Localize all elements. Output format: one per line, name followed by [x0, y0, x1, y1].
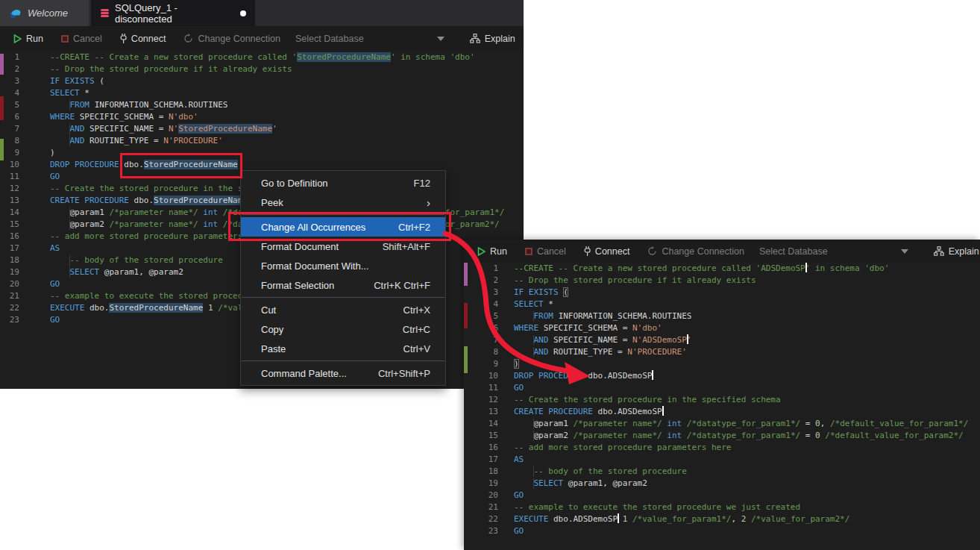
code-token: FROM: [534, 311, 559, 321]
code-token: /*parameter name*/: [573, 419, 667, 428]
menu-item-label: Format Selection: [261, 280, 334, 291]
code-token: int: [667, 431, 687, 440]
run-button-2[interactable]: Run: [477, 246, 507, 257]
code-line-2[interactable]: 2-- Drop the stored procedure if it alre…: [0, 63, 524, 75]
code-line-23[interactable]: 23GO: [464, 525, 980, 537]
line-number: 15: [0, 219, 19, 231]
indent-guide-line: [533, 311, 534, 322]
line-number: 11: [464, 382, 498, 394]
code-line-16[interactable]: 16-- add more stored procedure parameter…: [464, 442, 980, 454]
indent-guide-line: [69, 100, 70, 110]
code-line-8[interactable]: 8 AND ROUTINE_TYPE = N'PROCEDURE': [464, 346, 980, 358]
code-token: @param2: [534, 431, 574, 440]
code-line-11[interactable]: 11GO: [464, 382, 980, 394]
select-database-dropdown-2[interactable]: Select Database: [759, 246, 908, 257]
menu-item-copy[interactable]: CopyCtrl+C: [241, 319, 445, 339]
code-line-20[interactable]: 20GO: [464, 490, 980, 501]
indent-guide-line: [533, 347, 534, 357]
explain-button-2[interactable]: Explain: [934, 246, 979, 257]
tab-sqlquery[interactable]: SQLQuery_1 - disconnected: [91, 0, 255, 26]
code-line-6[interactable]: 6WHERE SPECIFIC_SCHEMA = N'dbo': [0, 111, 524, 123]
tab-welcome[interactable]: Welcome: [0, 0, 89, 26]
connect-button-2[interactable]: Connect: [584, 246, 630, 257]
code-line-9[interactable]: 9): [464, 358, 980, 370]
cancel-button-2[interactable]: Cancel: [525, 246, 566, 257]
code-line-5[interactable]: 5 FROM INFORMATION_SCHEMA.ROUTINES: [464, 310, 980, 322]
line-number: 20: [0, 278, 19, 290]
code-line-10[interactable]: 10DROP PROCEDURE dbo.ADSDemoSP: [464, 370, 980, 382]
submenu-arrow-icon: ›: [427, 197, 430, 208]
code-line-3[interactable]: 3IF EXISTS (: [464, 287, 980, 299]
explain-button[interactable]: Explain: [470, 34, 515, 44]
menu-item-command-palette[interactable]: Command Palette...Ctrl+Shift+P: [241, 363, 445, 383]
code-token: [50, 207, 70, 217]
code-token: [514, 478, 534, 488]
code-token: =: [159, 124, 169, 134]
code-line-21[interactable]: 21-- example to execute the stored proce…: [464, 501, 980, 513]
explain-label: Explain: [949, 246, 979, 257]
indent-guide-line: [533, 419, 534, 429]
code-token: SELECT: [534, 478, 568, 488]
cancel-button[interactable]: Cancel: [61, 34, 102, 44]
line-number: 17: [464, 454, 498, 466]
code-line-2[interactable]: 2-- Drop the stored procedure if it alre…: [464, 275, 980, 287]
code-line-15[interactable]: 15 @param2 /*parameter name*/ int /*data…: [464, 430, 980, 442]
code-line-8[interactable]: 8 AND ROUTINE_TYPE = N'PROCEDURE': [0, 135, 524, 147]
code-line-22[interactable]: 22EXECUTE dbo.ADSDemoSP 1 /*value_for_pa…: [464, 513, 980, 525]
code-token: AND: [70, 124, 90, 134]
connect-button[interactable]: Connect: [120, 34, 166, 44]
menu-item-shortcut: Ctrl+X: [403, 304, 430, 316]
code-token: GO: [514, 526, 524, 536]
change-connection-button-2[interactable]: Change Connection: [647, 246, 744, 257]
code-line-4[interactable]: 4SELECT *: [0, 87, 524, 99]
code-token: *: [548, 299, 553, 309]
menu-item-format-selection[interactable]: Format SelectionCtrl+K Ctrl+F: [241, 275, 445, 295]
code-line-4[interactable]: 4SELECT *: [464, 299, 980, 310]
code-line-10[interactable]: 10DROP PROCEDURE dbo.StoredProcedureName: [0, 159, 524, 171]
code-token: [203, 303, 208, 313]
code-line-9[interactable]: 9): [0, 147, 524, 159]
cancel-icon: [525, 248, 533, 255]
code-line-7[interactable]: 7 AND SPECIFIC_NAME = N'StoredProcedureN…: [0, 123, 524, 135]
code-token: --CREATE -- Create a new stored procedur…: [514, 263, 761, 273]
code-token: INFORMATION_SCHEMA.ROUTINES: [95, 100, 228, 110]
line-number: 5: [464, 310, 498, 322]
code-line-7[interactable]: 7 AND SPECIFIC_NAME = N'ADSDemoSP': [464, 334, 980, 346]
menu-item-label: Command Palette...: [261, 368, 347, 379]
code-line-6[interactable]: 6WHERE SPECIFIC_SCHEMA = N'dbo': [464, 322, 980, 334]
code-line-12[interactable]: 12-- Create the stored procedure in the …: [464, 394, 980, 406]
menu-item-format-document-with[interactable]: Format Document With...: [241, 256, 445, 275]
code-line-19[interactable]: 19 SELECT @param1, @param2: [464, 478, 980, 490]
code-token: /*value_for_param2*/: [751, 514, 849, 524]
indent-guide-line: [533, 335, 534, 346]
code-line-1[interactable]: 1--CREATE -- Create a new stored procedu…: [464, 263, 980, 275]
menu-item-paste[interactable]: PasteCtrl+V: [241, 339, 445, 358]
menu-item-label: Peek: [261, 197, 283, 208]
menu-item-peek[interactable]: Peek›: [241, 193, 445, 212]
code-line-14[interactable]: 14 @param1 /*parameter name*/ int /*data…: [464, 418, 980, 430]
code-line-3[interactable]: 3IF EXISTS (: [0, 75, 524, 87]
code-token: /*datatype_for_param1*/: [687, 419, 805, 428]
code-line-1[interactable]: 1--CREATE -- Create a new stored procedu…: [0, 51, 524, 63]
code-token: -- Drop the stored procedure if it alrea…: [514, 275, 756, 285]
change-connection-button[interactable]: Change Connection: [183, 34, 280, 44]
code-line-13[interactable]: 13CREATE PROCEDURE dbo.ADSDemoSP: [464, 406, 980, 418]
menu-item-shortcut: Shift+Alt+F: [383, 241, 430, 252]
select-database-dropdown[interactable]: Select Database: [295, 34, 445, 44]
code-token: @param2: [612, 478, 647, 488]
code-token: [50, 255, 70, 265]
code-line-5[interactable]: 5 FROM INFORMATION_SCHEMA.ROUTINES: [0, 99, 524, 111]
tab-bar: Welcome SQLQuery_1 - disconnected: [0, 0, 524, 26]
menu-item-cut[interactable]: CutCtrl+X: [241, 300, 445, 319]
code-line-18[interactable]: 18 -- body of the stored procedure: [464, 466, 980, 478]
run-button[interactable]: Run: [13, 34, 43, 44]
code-line-17[interactable]: 17AS: [464, 454, 980, 466]
line-number: 8: [464, 346, 498, 358]
line-number: 20: [464, 490, 498, 501]
code-token: [50, 100, 70, 110]
gutter-decoration-mark: [0, 54, 4, 75]
unsaved-changes-dot[interactable]: [240, 10, 246, 16]
sql-code-area-after[interactable]: 1--CREATE -- Create a new stored procedu…: [464, 263, 980, 537]
code-token: ': [687, 335, 692, 345]
menu-item-go-to-definition[interactable]: Go to DefinitionF12: [241, 173, 445, 193]
